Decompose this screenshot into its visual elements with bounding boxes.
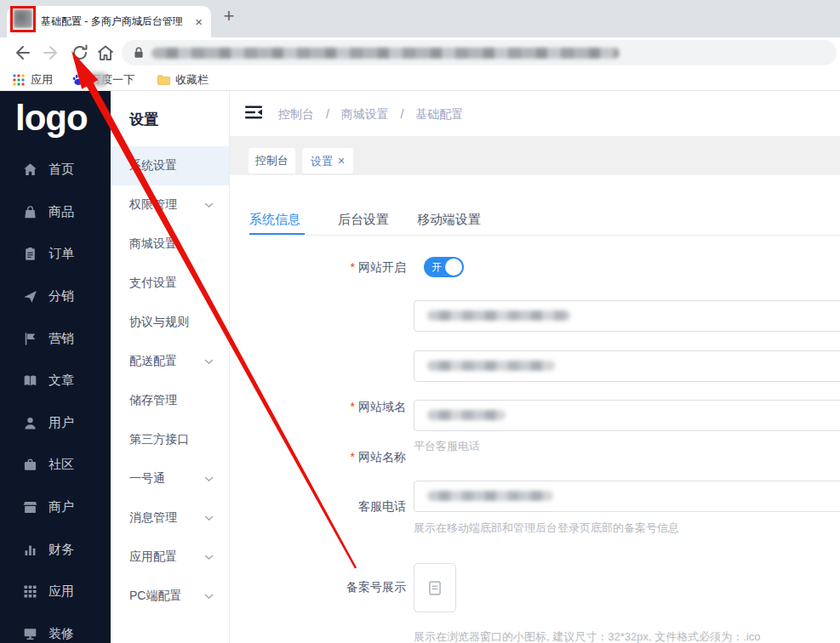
submenu-list: 系统设置 权限管理 商城设置 支付设置 协议与规则 配送配置 储存管理 第三方接… xyxy=(111,146,229,616)
submenu-item-pc-config[interactable]: PC端配置 xyxy=(111,577,229,616)
service-phone-label: 客服电话 xyxy=(230,498,406,515)
submenu-item-permissions[interactable]: 权限管理 xyxy=(111,185,229,225)
chevron-down-icon xyxy=(204,515,214,521)
folder-icon xyxy=(157,73,170,87)
file-icon xyxy=(429,581,441,595)
sidebar-item-orders[interactable]: 订单 xyxy=(0,233,111,276)
submenu-item-thirdparty[interactable]: 第三方接口 xyxy=(111,420,229,459)
back-icon[interactable] xyxy=(12,43,32,63)
home-icon xyxy=(23,162,37,177)
chevron-down-icon xyxy=(204,359,214,365)
page-tab-console[interactable]: 控制台 xyxy=(249,148,295,174)
address-bar[interactable] xyxy=(122,40,837,65)
baidu-paw-icon xyxy=(71,73,85,87)
site-name-label: *网站名称 xyxy=(230,448,406,465)
sidebar-menu: 首页 商品 订单 分销 营销 文章 xyxy=(0,149,111,643)
service-phone-blurred-value xyxy=(427,410,506,420)
site-switch-toggle[interactable]: 开 xyxy=(424,257,464,277)
toggle-knob xyxy=(445,259,462,276)
bar-chart-icon xyxy=(23,543,37,557)
chevron-down-icon xyxy=(204,202,214,208)
browser-tab[interactable]: 基础配置 - 多商户商城后台管理 × xyxy=(7,6,211,37)
submenu-item-messages[interactable]: 消息管理 xyxy=(111,498,229,538)
site-name-blurred-value xyxy=(427,361,555,371)
chevron-down-icon xyxy=(204,594,214,600)
tab-title: 基础配置 - 多商户商城后台管理 xyxy=(41,6,183,37)
sidebar-item-apps[interactable]: 应用 xyxy=(0,571,111,613)
active-tab-underline xyxy=(249,233,305,235)
home-icon[interactable] xyxy=(95,43,116,63)
submenu-item-payment[interactable]: 支付设置 xyxy=(111,264,229,303)
submenu-item-app-config[interactable]: 应用配置 xyxy=(111,538,229,577)
main-content: 控制台 / 商城设置 / 基础配置 控制台 设置× 系统信息 后台设置 移动端设… xyxy=(230,91,840,643)
annotation-highlight-box xyxy=(10,6,36,32)
tab-close-icon[interactable]: × xyxy=(195,6,203,37)
apps-grid-icon xyxy=(12,73,26,87)
submenu-item-mall[interactable]: 商城设置 xyxy=(111,225,229,264)
person-icon xyxy=(23,416,37,430)
bookmark-blur-smudge xyxy=(86,72,107,87)
ico-upload-box[interactable] xyxy=(414,563,456,612)
forward-icon[interactable] xyxy=(41,43,61,63)
sidebar-item-merchants[interactable]: 商户 xyxy=(0,487,111,529)
sidebar-item-home[interactable]: 首页 xyxy=(0,149,111,191)
site-domain-label: *网站域名 xyxy=(230,398,406,415)
service-phone-hint: 平台客服电话 xyxy=(414,439,480,454)
sidebar-item-community[interactable]: 社区 xyxy=(0,444,111,487)
sidebar-item-distribution[interactable]: 分销 xyxy=(0,276,111,318)
icp-number-label: 备案号展示 xyxy=(230,578,406,595)
sidebar-item-finance[interactable]: 财务 xyxy=(0,528,111,571)
site-switch-label: *网站开启 xyxy=(230,259,406,276)
breadcrumb-separator: / xyxy=(326,107,329,121)
chevron-down-icon xyxy=(204,476,214,482)
submenu-item-delivery[interactable]: 配送配置 xyxy=(111,342,229,381)
book-icon xyxy=(23,373,37,388)
breadcrumb-item-mall-settings[interactable]: 商城设置 xyxy=(341,107,389,121)
tab-backend-settings[interactable]: 后台设置 xyxy=(338,212,389,228)
url-blurred-text xyxy=(151,48,620,59)
tab-close-icon[interactable]: × xyxy=(338,154,345,168)
screen: 基础配置 - 多商户商城后台管理 × + xyxy=(0,0,840,643)
bookmarks-bar: 应用 百度一下 收藏栏 xyxy=(0,69,840,91)
paper-plane-icon xyxy=(23,289,37,304)
clipboard-icon xyxy=(23,247,37,261)
bookmark-apps[interactable]: 应用 xyxy=(31,69,53,90)
display-icon xyxy=(23,627,37,641)
bookmark-favorites[interactable]: 收藏栏 xyxy=(175,69,209,90)
store-icon xyxy=(23,500,37,515)
ico-icon-hint: 展示在浏览器窗口的小图标, 建议尺寸：32*32px, 文件格式必须为：.ico xyxy=(414,629,760,643)
submenu-item-storage[interactable]: 储存管理 xyxy=(111,381,229,420)
page-tab-settings[interactable]: 设置× xyxy=(302,148,353,174)
refresh-icon[interactable] xyxy=(70,43,90,63)
sidebar-item-decorate[interactable]: 装修 xyxy=(0,613,111,643)
submenu-item-yihaotong[interactable]: 一号通 xyxy=(111,459,229,498)
icp-number-hint: 展示在移动端底部和管理后台登录页底部的备案号信息 xyxy=(414,521,679,536)
browser-tab-strip: 基础配置 - 多商户商城后台管理 × + xyxy=(0,0,840,37)
breadcrumb: 控制台 / 商城设置 / 基础配置 xyxy=(278,107,463,122)
tab-mobile-settings[interactable]: 移动端设置 xyxy=(417,212,481,228)
new-tab-button[interactable]: + xyxy=(217,4,241,28)
tabs-divider xyxy=(249,235,840,236)
breadcrumb-separator: / xyxy=(401,107,404,121)
flag-icon xyxy=(23,332,37,346)
chevron-down-icon xyxy=(204,555,214,560)
tab-system-info[interactable]: 系统信息 xyxy=(249,212,300,228)
sidebar-item-marketing[interactable]: 营销 xyxy=(0,317,111,360)
page-tabs-bar: 控制台 设置× xyxy=(230,136,840,175)
submenu-item-agreements[interactable]: 协议与规则 xyxy=(111,303,229,342)
briefcase-icon xyxy=(23,458,37,472)
settings-submenu: 设置 系统设置 权限管理 商城设置 支付设置 协议与规则 配送配置 储存管理 第… xyxy=(111,91,230,643)
sidebar-item-users[interactable]: 用户 xyxy=(0,402,111,445)
grid-icon xyxy=(23,584,37,599)
logo[interactable]: logo xyxy=(15,98,88,139)
submenu-item-system[interactable]: 系统设置 xyxy=(111,146,229,185)
collapse-menu-icon[interactable] xyxy=(245,105,262,119)
sidebar-item-articles[interactable]: 文章 xyxy=(0,360,111,402)
bag-icon xyxy=(23,205,37,219)
submenu-title: 设置 xyxy=(129,110,158,129)
breadcrumb-item-console[interactable]: 控制台 xyxy=(278,107,314,121)
sidebar-item-goods[interactable]: 商品 xyxy=(0,191,111,234)
main-sidebar: logo 首页 商品 订单 分销 营销 xyxy=(0,91,111,643)
icp-number-blurred-value xyxy=(427,491,553,501)
lock-icon xyxy=(132,46,146,60)
